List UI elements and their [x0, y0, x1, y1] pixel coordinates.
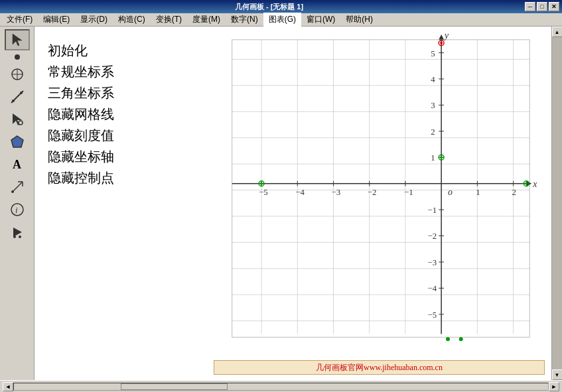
svg-point-89 — [459, 337, 463, 341]
title-bar-buttons: ─ □ ✕ — [525, 2, 559, 11]
svg-text:1: 1 — [431, 153, 435, 163]
svg-text:−3: −3 — [427, 258, 437, 267]
scrollbar-right: ▲ ▼ — [551, 27, 562, 380]
menu-display[interactable]: 显示(D) — [75, 13, 113, 27]
tool-polygon[interactable] — [5, 131, 30, 153]
svg-marker-16 — [13, 228, 22, 237]
scroll-up-button[interactable]: ▲ — [552, 27, 563, 37]
svg-text:−2: −2 — [368, 188, 377, 197]
graph-area: −5 −4 −3 −2 −1 1 2 — [214, 33, 545, 354]
svg-text:2: 2 — [431, 127, 435, 137]
svg-point-83 — [525, 182, 527, 185]
svg-marker-42 — [439, 34, 444, 40]
svg-point-8 — [19, 121, 23, 125]
menu-graph[interactable]: 图表(G) — [263, 13, 301, 27]
svg-point-18 — [19, 235, 21, 238]
menu-measure[interactable]: 度量(M) — [187, 13, 226, 27]
toolbar-dot-1 — [5, 52, 30, 62]
svg-text:4: 4 — [431, 75, 435, 84]
svg-text:3: 3 — [431, 101, 435, 110]
svg-text:x: x — [532, 179, 537, 189]
maximize-button[interactable]: □ — [537, 2, 547, 11]
tool-point[interactable] — [5, 64, 30, 85]
tool-info[interactable]: i — [5, 199, 30, 220]
svg-point-88 — [446, 337, 450, 341]
svg-text:−1: −1 — [427, 206, 437, 215]
title-bar: 几何画板 - [无标题 1] ─ □ ✕ — [0, 0, 562, 13]
menu-text-panel: 初始化 常规坐标系 三角坐标系 隐藏网格线 隐藏刻度值 隐藏坐标轴 隐藏控制点 — [48, 40, 114, 188]
menu-text-line-2: 常规坐标系 — [48, 61, 114, 82]
watermark-text: 几何画板官网www.jihehuaban.com.cn — [316, 362, 443, 373]
menu-construct[interactable]: 构造(C) — [113, 13, 151, 27]
menu-file[interactable]: 文件(F) — [1, 13, 38, 27]
watermark: 几何画板官网www.jihehuaban.com.cn — [214, 360, 545, 375]
scroll-left-button[interactable]: ◄ — [3, 382, 13, 391]
svg-text:y: y — [443, 33, 449, 40]
status-bar: ◄ ► — [0, 380, 562, 392]
menu-number[interactable]: 数字(N) — [226, 13, 263, 27]
main-layout: A i — [0, 27, 562, 380]
menu-transform[interactable]: 变换(T) — [151, 13, 187, 27]
tool-text[interactable]: A — [5, 154, 30, 175]
svg-point-17 — [13, 235, 16, 238]
content-area: 初始化 常规坐标系 三角坐标系 隐藏网格线 隐藏刻度值 隐藏坐标轴 隐藏控制点 — [35, 27, 551, 380]
menu-bar: 文件(F) 编辑(E) 显示(D) 构造(C) 变换(T) 度量(M) 数字(N… — [0, 13, 562, 27]
menu-edit[interactable]: 编辑(E) — [38, 13, 75, 27]
svg-point-5 — [12, 99, 15, 102]
svg-text:1: 1 — [476, 188, 480, 197]
scroll-down-button[interactable]: ▼ — [552, 369, 563, 380]
menu-window[interactable]: 窗口(W) — [301, 13, 340, 27]
svg-text:−4: −4 — [295, 188, 305, 197]
minimize-button[interactable]: ─ — [525, 2, 535, 11]
svg-rect-38 — [232, 40, 530, 338]
menu-text-line-1: 初始化 — [48, 40, 114, 61]
svg-text:−5: −5 — [259, 188, 268, 197]
svg-point-85 — [440, 42, 443, 44]
svg-text:−3: −3 — [332, 188, 341, 197]
svg-text:−4: −4 — [427, 284, 437, 293]
svg-marker-7 — [13, 113, 22, 125]
menu-text-line-4: 隐藏网格线 — [48, 103, 114, 125]
svg-point-13 — [11, 190, 14, 193]
scroll-track-right[interactable] — [552, 37, 563, 369]
svg-text:5: 5 — [431, 49, 435, 58]
menu-text-line-6: 隐藏坐标轴 — [48, 146, 114, 167]
close-button[interactable]: ✕ — [549, 2, 559, 11]
svg-text:−2: −2 — [427, 232, 437, 241]
svg-point-6 — [20, 92, 23, 94]
menu-text-line-5: 隐藏刻度值 — [48, 125, 114, 146]
menu-help[interactable]: 帮助(H) — [340, 13, 378, 27]
menu-text-line-3: 三角坐标系 — [48, 82, 114, 103]
svg-text:i: i — [15, 205, 18, 215]
tool-custom[interactable] — [5, 176, 30, 198]
svg-marker-0 — [13, 34, 22, 46]
toolbar: A i — [0, 27, 35, 380]
coordinate-graph: −5 −4 −3 −2 −1 1 2 — [214, 33, 545, 354]
status-scrollbar[interactable] — [13, 383, 549, 391]
svg-text:−1: −1 — [404, 188, 413, 197]
svg-text:2: 2 — [512, 188, 516, 197]
svg-point-87 — [440, 156, 443, 159]
svg-marker-9 — [11, 136, 23, 147]
tool-anim[interactable] — [5, 222, 30, 243]
svg-text:o: o — [448, 187, 453, 197]
svg-text:−5: −5 — [427, 310, 437, 320]
scroll-right-button[interactable]: ► — [549, 382, 559, 391]
title-bar-title: 几何画板 - [无标题 1] — [13, 2, 525, 12]
menu-text-line-7: 隐藏控制点 — [48, 167, 114, 188]
tool-direction[interactable] — [5, 109, 30, 130]
svg-point-81 — [260, 182, 263, 185]
tool-line[interactable] — [5, 86, 30, 107]
tool-arrow[interactable] — [5, 29, 30, 50]
